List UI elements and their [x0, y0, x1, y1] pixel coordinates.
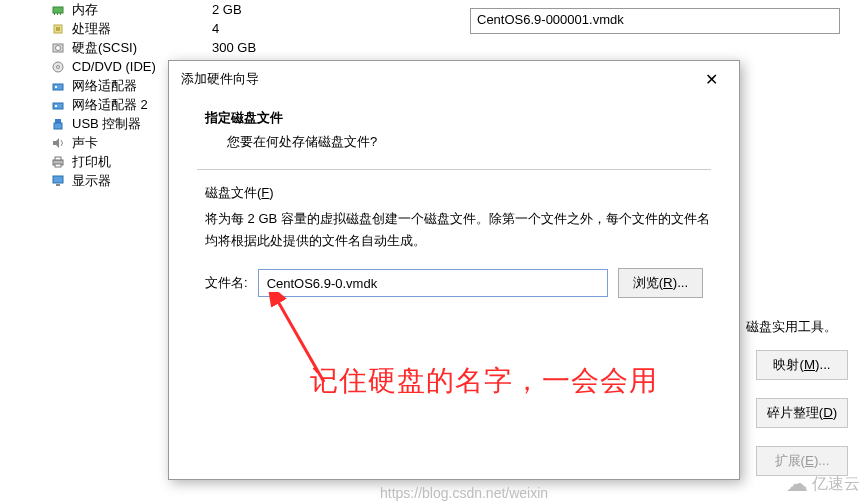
device-label: 处理器: [72, 20, 212, 38]
device-value: 2 GB: [212, 2, 242, 17]
svg-rect-3: [60, 13, 61, 15]
cddvd-icon: [50, 59, 66, 75]
device-label: 硬盘(SCSI): [72, 39, 212, 57]
svg-rect-11: [55, 86, 57, 88]
svg-rect-21: [56, 184, 60, 186]
svg-rect-18: [55, 157, 61, 160]
device-row-cpu[interactable]: 处理器 4: [32, 19, 452, 38]
display-icon: [50, 173, 66, 189]
svg-rect-15: [54, 123, 62, 129]
svg-rect-12: [53, 103, 63, 109]
svg-rect-2: [57, 13, 58, 15]
disk-utility-label: 磁盘实用工具。: [746, 318, 837, 336]
watermark-url: https://blog.csdn.net/weixin: [380, 485, 548, 501]
dialog-description: 将为每 2 GB 容量的虚拟磁盘创建一个磁盘文件。除第一个文件之外，每个文件的文…: [205, 208, 711, 252]
network-icon: [50, 97, 66, 113]
svg-rect-10: [53, 84, 63, 90]
dialog-subheading: 您要在何处存储磁盘文件?: [227, 133, 711, 151]
svg-rect-0: [53, 7, 63, 13]
svg-point-7: [56, 45, 61, 50]
svg-marker-16: [53, 138, 59, 148]
printer-icon: [50, 154, 66, 170]
add-hardware-wizard-dialog: 添加硬件向导 ✕ 指定磁盘文件 您要在何处存储磁盘文件? 磁盘文件(F) 将为每…: [168, 60, 740, 480]
svg-rect-1: [54, 13, 55, 15]
dialog-title: 添加硬件向导: [181, 70, 259, 88]
svg-rect-19: [55, 164, 61, 167]
disk-file-section-label: 磁盘文件(F): [205, 184, 711, 202]
memory-icon: [50, 2, 66, 18]
watermark-text: 亿速云: [812, 474, 860, 495]
annotation-text: 记住硬盘的名字，一会会用: [310, 362, 658, 400]
device-row-disk[interactable]: 硬盘(SCSI) 300 GB: [32, 38, 452, 57]
browse-button[interactable]: 浏览(R)...: [618, 268, 704, 298]
svg-rect-5: [56, 27, 60, 31]
watermark-logo: ☁ 亿速云: [786, 471, 860, 497]
svg-rect-13: [55, 105, 57, 107]
filename-label: 文件名:: [205, 274, 248, 292]
divider: [197, 169, 711, 170]
usb-icon: [50, 116, 66, 132]
disk-icon: [50, 40, 66, 56]
cloud-icon: ☁: [786, 471, 808, 497]
cpu-icon: [50, 21, 66, 37]
device-row-memory[interactable]: 内存 2 GB: [32, 0, 452, 19]
disk-file-display: CentOS6.9-000001.vmdk: [470, 8, 840, 34]
filename-input[interactable]: [258, 269, 608, 297]
device-value: 4: [212, 21, 219, 36]
svg-rect-20: [53, 176, 63, 183]
sound-icon: [50, 135, 66, 151]
close-icon[interactable]: ✕: [695, 70, 727, 89]
device-value: 300 GB: [212, 40, 256, 55]
dialog-titlebar: 添加硬件向导 ✕: [169, 61, 739, 97]
map-button[interactable]: 映射(M)...: [756, 350, 848, 380]
svg-point-9: [57, 65, 60, 68]
dialog-heading: 指定磁盘文件: [205, 109, 711, 127]
defrag-button[interactable]: 碎片整理(D): [756, 398, 848, 428]
device-label: 内存: [72, 1, 212, 19]
svg-rect-14: [55, 119, 61, 123]
network-icon: [50, 78, 66, 94]
